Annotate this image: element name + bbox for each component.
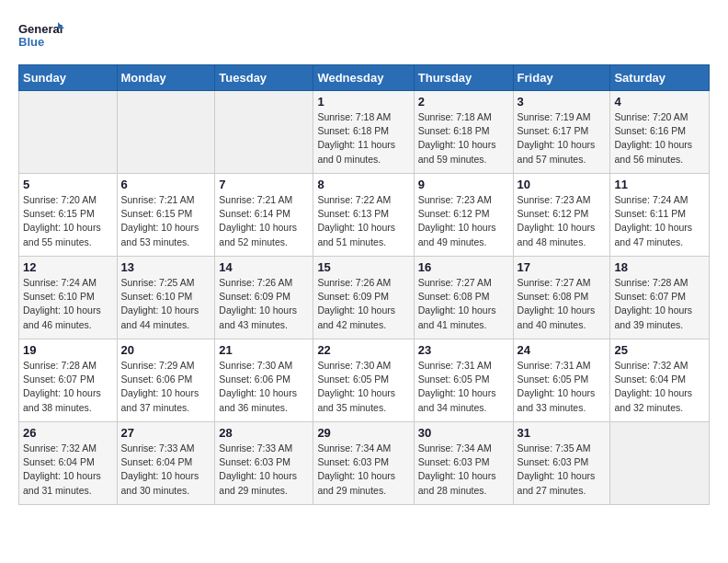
day-number: 28: [219, 426, 309, 440]
day-number: 10: [518, 178, 607, 191]
weekday-header-saturday: Saturday: [610, 65, 710, 91]
day-info: Sunrise: 7:20 AMSunset: 6:15 PMDaylight:…: [23, 193, 113, 249]
day-info: Sunrise: 7:21 AMSunset: 6:15 PMDaylight:…: [121, 193, 211, 249]
day-number: 4: [614, 95, 705, 109]
calendar-cell: 19Sunrise: 7:28 AMSunset: 6:07 PMDayligh…: [19, 339, 118, 422]
weekday-header-sunday: Sunday: [19, 65, 118, 91]
day-number: 16: [418, 260, 509, 274]
calendar-cell: 31Sunrise: 7:35 AMSunset: 6:03 PMDayligh…: [513, 422, 610, 505]
day-info: Sunrise: 7:20 AMSunset: 6:16 PMDaylight:…: [614, 110, 705, 167]
day-number: 15: [317, 260, 409, 274]
day-info: Sunrise: 7:27 AMSunset: 6:08 PMDaylight:…: [518, 276, 607, 332]
calendar-cell: 13Sunrise: 7:25 AMSunset: 6:10 PMDayligh…: [117, 257, 215, 339]
day-number: 26: [23, 426, 113, 440]
day-info: Sunrise: 7:26 AMSunset: 6:09 PMDaylight:…: [317, 276, 409, 332]
day-number: 31: [518, 426, 607, 440]
calendar-cell: 30Sunrise: 7:34 AMSunset: 6:03 PMDayligh…: [414, 422, 513, 505]
day-info: Sunrise: 7:18 AMSunset: 6:18 PMDaylight:…: [317, 110, 409, 167]
calendar-cell: 28Sunrise: 7:33 AMSunset: 6:03 PMDayligh…: [215, 422, 313, 505]
logo-svg: General Blue: [18, 18, 64, 55]
day-number: 13: [121, 260, 211, 274]
calendar-cell: 5Sunrise: 7:20 AMSunset: 6:15 PMDaylight…: [19, 174, 118, 257]
calendar-cell: 29Sunrise: 7:34 AMSunset: 6:03 PMDayligh…: [313, 422, 414, 505]
calendar-cell: [19, 91, 118, 174]
calendar-cell: 7Sunrise: 7:21 AMSunset: 6:14 PMDaylight…: [215, 174, 313, 257]
day-number: 17: [518, 260, 607, 274]
calendar-cell: 18Sunrise: 7:28 AMSunset: 6:07 PMDayligh…: [610, 257, 710, 339]
calendar-cell: 16Sunrise: 7:27 AMSunset: 6:08 PMDayligh…: [414, 257, 513, 339]
day-info: Sunrise: 7:28 AMSunset: 6:07 PMDaylight:…: [614, 276, 705, 332]
day-info: Sunrise: 7:30 AMSunset: 6:06 PMDaylight:…: [219, 359, 309, 415]
calendar-week-row: 1Sunrise: 7:18 AMSunset: 6:18 PMDaylight…: [19, 91, 710, 174]
calendar-cell: 2Sunrise: 7:18 AMSunset: 6:18 PMDaylight…: [414, 91, 513, 174]
calendar-cell: 3Sunrise: 7:19 AMSunset: 6:17 PMDaylight…: [513, 91, 610, 174]
day-number: 14: [219, 260, 309, 274]
day-info: Sunrise: 7:18 AMSunset: 6:18 PMDaylight:…: [418, 110, 509, 167]
weekday-header-row: SundayMondayTuesdayWednesdayThursdayFrid…: [19, 65, 710, 91]
calendar-cell: 21Sunrise: 7:30 AMSunset: 6:06 PMDayligh…: [215, 339, 313, 422]
day-number: 12: [23, 260, 113, 274]
calendar-cell: 17Sunrise: 7:27 AMSunset: 6:08 PMDayligh…: [513, 257, 610, 339]
calendar-cell: 20Sunrise: 7:29 AMSunset: 6:06 PMDayligh…: [117, 339, 215, 422]
day-info: Sunrise: 7:31 AMSunset: 6:05 PMDaylight:…: [418, 359, 509, 415]
calendar-cell: 6Sunrise: 7:21 AMSunset: 6:15 PMDaylight…: [117, 174, 215, 257]
calendar-cell: [117, 91, 215, 174]
calendar-cell: 25Sunrise: 7:32 AMSunset: 6:04 PMDayligh…: [610, 339, 710, 422]
day-number: 6: [121, 178, 211, 191]
page-header: General Blue: [18, 18, 710, 55]
day-number: 21: [219, 343, 309, 357]
day-info: Sunrise: 7:34 AMSunset: 6:03 PMDaylight:…: [317, 442, 409, 498]
day-info: Sunrise: 7:34 AMSunset: 6:03 PMDaylight:…: [418, 442, 509, 498]
day-number: 29: [317, 426, 409, 440]
day-info: Sunrise: 7:19 AMSunset: 6:17 PMDaylight:…: [518, 110, 607, 167]
day-number: 5: [23, 178, 113, 191]
day-info: Sunrise: 7:23 AMSunset: 6:12 PMDaylight:…: [418, 193, 509, 249]
logo: General Blue: [18, 18, 64, 55]
day-info: Sunrise: 7:35 AMSunset: 6:03 PMDaylight:…: [518, 442, 607, 498]
weekday-header-monday: Monday: [117, 65, 215, 91]
day-number: 9: [418, 178, 509, 191]
calendar-cell: [215, 91, 313, 174]
day-info: Sunrise: 7:22 AMSunset: 6:13 PMDaylight:…: [317, 193, 409, 249]
day-number: 23: [418, 343, 509, 357]
day-number: 20: [121, 343, 211, 357]
day-number: 30: [418, 426, 509, 440]
calendar-cell: 8Sunrise: 7:22 AMSunset: 6:13 PMDaylight…: [313, 174, 414, 257]
day-info: Sunrise: 7:33 AMSunset: 6:04 PMDaylight:…: [121, 442, 211, 498]
calendar-week-row: 12Sunrise: 7:24 AMSunset: 6:10 PMDayligh…: [19, 257, 710, 339]
calendar-cell: 24Sunrise: 7:31 AMSunset: 6:05 PMDayligh…: [513, 339, 610, 422]
day-number: 18: [614, 260, 705, 274]
day-info: Sunrise: 7:32 AMSunset: 6:04 PMDaylight:…: [614, 359, 705, 415]
day-info: Sunrise: 7:29 AMSunset: 6:06 PMDaylight:…: [121, 359, 211, 415]
calendar-cell: 11Sunrise: 7:24 AMSunset: 6:11 PMDayligh…: [610, 174, 710, 257]
day-number: 7: [219, 178, 309, 191]
day-number: 3: [518, 95, 607, 109]
weekday-header-thursday: Thursday: [414, 65, 513, 91]
calendar-cell: 27Sunrise: 7:33 AMSunset: 6:04 PMDayligh…: [117, 422, 215, 505]
day-number: 27: [121, 426, 211, 440]
day-number: 22: [317, 343, 409, 357]
calendar-cell: 4Sunrise: 7:20 AMSunset: 6:16 PMDaylight…: [610, 91, 710, 174]
svg-text:General: General: [18, 22, 63, 36]
day-number: 8: [317, 178, 409, 191]
day-info: Sunrise: 7:26 AMSunset: 6:09 PMDaylight:…: [219, 276, 309, 332]
calendar-week-row: 19Sunrise: 7:28 AMSunset: 6:07 PMDayligh…: [19, 339, 710, 422]
day-number: 1: [317, 95, 409, 109]
calendar-cell: 12Sunrise: 7:24 AMSunset: 6:10 PMDayligh…: [19, 257, 118, 339]
calendar-cell: 26Sunrise: 7:32 AMSunset: 6:04 PMDayligh…: [19, 422, 118, 505]
weekday-header-friday: Friday: [513, 65, 610, 91]
svg-text:Blue: Blue: [18, 35, 44, 49]
calendar-table: SundayMondayTuesdayWednesdayThursdayFrid…: [18, 64, 710, 505]
calendar-cell: 9Sunrise: 7:23 AMSunset: 6:12 PMDaylight…: [414, 174, 513, 257]
day-info: Sunrise: 7:21 AMSunset: 6:14 PMDaylight:…: [219, 193, 309, 249]
weekday-header-wednesday: Wednesday: [313, 65, 414, 91]
day-info: Sunrise: 7:27 AMSunset: 6:08 PMDaylight:…: [418, 276, 509, 332]
day-number: 25: [614, 343, 705, 357]
day-info: Sunrise: 7:30 AMSunset: 6:05 PMDaylight:…: [317, 359, 409, 415]
day-number: 19: [23, 343, 113, 357]
calendar-cell: 23Sunrise: 7:31 AMSunset: 6:05 PMDayligh…: [414, 339, 513, 422]
day-info: Sunrise: 7:24 AMSunset: 6:11 PMDaylight:…: [614, 193, 705, 249]
day-info: Sunrise: 7:25 AMSunset: 6:10 PMDaylight:…: [121, 276, 211, 332]
calendar-cell: 10Sunrise: 7:23 AMSunset: 6:12 PMDayligh…: [513, 174, 610, 257]
day-info: Sunrise: 7:24 AMSunset: 6:10 PMDaylight:…: [23, 276, 113, 332]
